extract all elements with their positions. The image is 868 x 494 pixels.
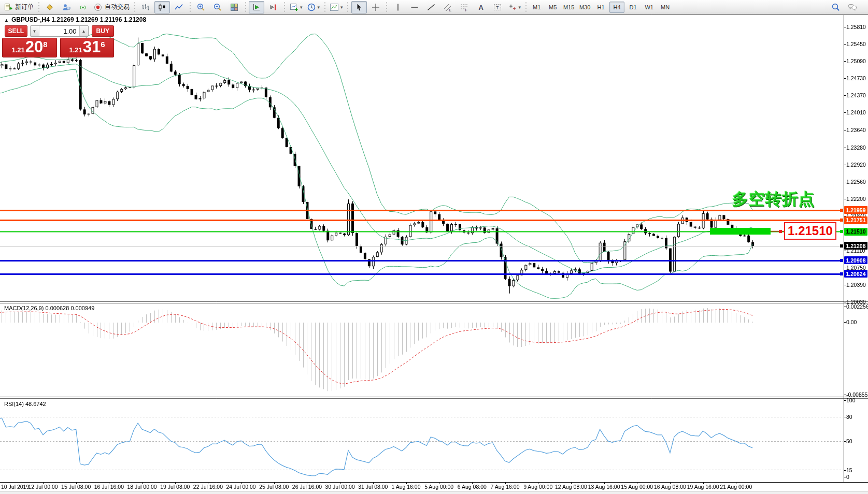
text-button[interactable]: A — [473, 1, 489, 13]
timeframe-mn[interactable]: MN — [658, 2, 673, 13]
chevron-down-icon[interactable]: ▾ — [519, 5, 521, 10]
svg-text:F: F — [465, 8, 467, 12]
equidistant-channel-button[interactable]: E — [440, 1, 456, 13]
timeframe-d1[interactable]: D1 — [625, 2, 641, 13]
toolbar-separator — [386, 2, 388, 12]
neworder-icon — [4, 3, 13, 12]
time-tick-label: 18 Jul 00:00 — [127, 484, 156, 490]
price-tick-label: 1.22200 — [846, 196, 866, 202]
buy-price-big: 31 — [83, 38, 101, 56]
price-tick-label: 1.22920 — [846, 162, 866, 168]
timeframe-h1[interactable]: H1 — [593, 2, 608, 13]
price-tick-label: 1.25450 — [846, 41, 866, 47]
price-tick-label: 1.24370 — [846, 92, 866, 98]
time-tick-label: 19 Jul 08:00 — [160, 484, 190, 490]
timeframe-h4[interactable]: H4 — [609, 2, 624, 13]
zoom-in-button[interactable] — [193, 1, 209, 13]
trendline-button[interactable] — [423, 1, 439, 13]
sell-price-box[interactable]: 1.21208 — [2, 38, 57, 57]
chat-button[interactable] — [845, 1, 860, 13]
expert-advisors-button[interactable] — [42, 1, 58, 13]
indicators-button[interactable]: ▾ — [328, 1, 345, 13]
chat-icon — [848, 3, 857, 12]
price-callout: 1.21510 — [784, 222, 836, 240]
time-tick-label: 13 Aug 16:00 — [588, 484, 620, 490]
textA-icon: A — [476, 3, 486, 12]
auto-scroll-button[interactable] — [249, 1, 264, 13]
timeframe-m1[interactable]: M1 — [529, 2, 544, 13]
bar-chart-button[interactable] — [138, 1, 153, 13]
market-button[interactable] — [59, 1, 74, 13]
chart-shift-button[interactable] — [265, 1, 281, 13]
shift-icon — [268, 3, 278, 12]
price-line-tag: 1.20624 — [844, 270, 867, 278]
line-chart-button[interactable] — [171, 1, 187, 13]
fibonacci-button[interactable]: F — [457, 1, 472, 13]
macd-tick-label: 0.002256 — [846, 303, 868, 310]
sell-price-big: 20 — [25, 38, 43, 56]
new-chart-button[interactable]: ▾ — [288, 1, 304, 13]
ea-icon — [45, 3, 54, 12]
buy-button[interactable]: BUY — [92, 25, 115, 37]
fibo-icon: F — [460, 3, 469, 12]
search-button[interactable] — [828, 1, 844, 13]
tile-windows-button[interactable] — [226, 1, 242, 13]
collapse-panel-icon[interactable]: ▲ — [4, 18, 9, 23]
svg-text:E: E — [449, 8, 451, 11]
toolbar: 新订单自动交易▾▾▾EFAT▾M1M5M15M30H1H4D1W1MN — [0, 0, 868, 14]
tline-icon — [426, 3, 436, 12]
bars-icon — [141, 3, 150, 12]
time-tick-label: 31 Jul 08:00 — [358, 484, 388, 490]
indicators-icon — [330, 3, 339, 12]
newchart-icon — [289, 3, 298, 12]
chevron-down-icon[interactable]: ▾ — [318, 5, 320, 10]
rsi-tick-label: 50 — [846, 438, 852, 444]
toolbar-separator — [133, 2, 136, 12]
buy-price-box[interactable]: 1.21316 — [60, 38, 114, 57]
rsi-tick-label: 80 — [846, 414, 852, 420]
profiles-button[interactable]: ▾ — [305, 1, 322, 13]
toolbar-separator — [524, 2, 527, 12]
market-icon — [62, 3, 71, 12]
svg-text:T: T — [496, 5, 499, 10]
chevron-down-icon[interactable]: ▾ — [340, 5, 343, 10]
chevron-down-icon[interactable]: ▾ — [300, 5, 303, 10]
autotrading-button[interactable]: 自动交易 — [92, 1, 131, 13]
status-bar — [0, 491, 868, 494]
crosshair-button[interactable] — [368, 1, 383, 13]
time-tick-label: 16 Jul 16:00 — [94, 484, 124, 490]
time-tick-label: 12 Jul 00:00 — [28, 484, 58, 490]
main-chart-canvas[interactable] — [0, 0, 868, 494]
cursor-button[interactable] — [351, 1, 367, 13]
rsi-tick-label: 15 — [846, 467, 852, 473]
price-tick-label: 1.20390 — [846, 282, 866, 288]
time-tick-label: 7 Aug 16:00 — [491, 484, 520, 490]
time-tick-label: 16 Aug 08:00 — [654, 484, 686, 490]
horizontal-line-button[interactable] — [407, 1, 422, 13]
zoom-out-button[interactable] — [210, 1, 225, 13]
arrows-button[interactable]: ▾ — [506, 1, 523, 13]
mt4-window: 新订单自动交易▾▾▾EFAT▾M1M5M15M30H1H4D1W1MN ▲GBP… — [0, 0, 868, 494]
sell-button[interactable]: SELL — [5, 25, 27, 37]
candlestick-chart-button[interactable] — [154, 1, 170, 13]
one-click-trading-panel: SELL ▼ ▲ BUY 1.21208 1.21316 — [2, 25, 114, 57]
price-tick-label: 1.24010 — [846, 109, 866, 115]
timeframe-m5[interactable]: M5 — [545, 2, 560, 13]
timeframe-m15[interactable]: M15 — [561, 2, 576, 13]
timeframe-w1[interactable]: W1 — [642, 2, 657, 13]
toolbar-separator — [189, 2, 191, 12]
new-order-button[interactable]: 新订单 — [2, 1, 35, 13]
time-tick-label: 5 Aug 00:00 — [424, 484, 453, 490]
volume-decrease-button[interactable]: ▼ — [31, 26, 39, 36]
timeframe-m30[interactable]: M30 — [577, 2, 592, 13]
rsi-tick-label: 0 — [846, 474, 849, 480]
vertical-line-button[interactable] — [390, 1, 406, 13]
text-label-button[interactable]: T — [490, 1, 505, 13]
clock-icon — [307, 3, 316, 12]
toolbar-separator — [283, 2, 286, 12]
time-tick-label: 24 Jul 00:00 — [226, 484, 255, 490]
volume-input[interactable] — [39, 26, 79, 36]
channel-icon: E — [443, 3, 452, 12]
signals-button[interactable] — [75, 1, 91, 13]
volume-increase-button[interactable]: ▲ — [79, 26, 88, 36]
